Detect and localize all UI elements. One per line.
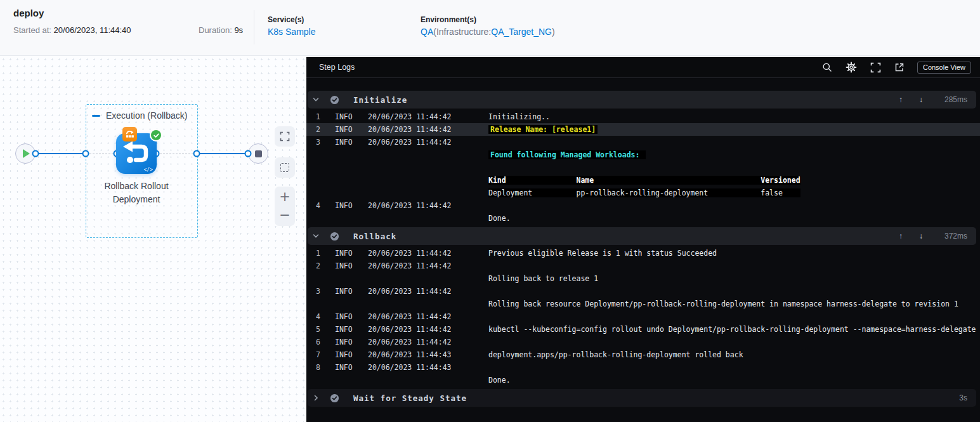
- services-label: Service(s): [268, 15, 304, 24]
- log-timestamp: 20/06/2023 11:44:42: [368, 247, 452, 260]
- pipeline-graph-canvas[interactable]: Execution (Rollback) </>: [0, 56, 306, 422]
- log-level: INFO: [335, 247, 353, 260]
- section-duration: 3s: [938, 393, 967, 402]
- log-line: Rolling back to release 1: [306, 272, 980, 285]
- scroll-to-top-icon[interactable]: ↑: [899, 95, 903, 104]
- edge-step-to-stage-end: [157, 154, 197, 154]
- duration: Duration: 9s: [199, 25, 243, 35]
- expand-logs-icon[interactable]: [870, 62, 881, 73]
- scroll-to-bottom-icon[interactable]: ↓: [919, 95, 923, 104]
- log-message: Initializing..: [488, 110, 980, 123]
- log-timestamp: 20/06/2023 11:44:43: [368, 361, 452, 374]
- log-section-header-rollback[interactable]: Rollback↑↓372ms: [308, 227, 976, 245]
- code-glyph: </>: [144, 167, 153, 173]
- line-number: 3: [306, 136, 320, 148]
- step-node-rollback-rollout-deployment[interactable]: </>: [116, 133, 157, 174]
- gear-icon[interactable]: [846, 62, 857, 73]
- chevron-down-icon[interactable]: [312, 96, 320, 103]
- log-row: 5INFO20/06/2023 11:44:42kubectl --kubeco…: [306, 323, 980, 336]
- line-number: 2: [306, 123, 320, 136]
- duration-label: Duration:: [199, 25, 232, 35]
- marquee-select-icon: [280, 163, 289, 172]
- log-timestamp: 20/06/2023 11:44:42: [368, 136, 452, 148]
- log-row: 1INFO20/06/2023 11:44:42Initializing..: [306, 110, 980, 123]
- check-circle-icon: [330, 393, 339, 403]
- log-line: 4INFO20/06/2023 11:44:42: [306, 199, 980, 212]
- log-line: 6INFO20/06/2023 11:44:42: [306, 336, 980, 348]
- log-timestamp: 20/06/2023 11:44:42: [368, 110, 452, 123]
- log-section-header-wait-for-steady-state[interactable]: Wait for Steady State3s: [308, 389, 976, 407]
- search-icon[interactable]: [822, 62, 832, 72]
- log-message: Done.: [488, 374, 980, 386]
- chevron-down-icon[interactable]: [312, 232, 320, 240]
- step-logs-panel: Step Logs: [306, 57, 980, 422]
- log-line: 7INFO20/06/2023 11:44:43deployment.apps/…: [306, 348, 980, 361]
- line-number: 4: [306, 199, 320, 212]
- log-timestamp: 20/06/2023 11:44:42: [368, 123, 452, 136]
- scroll-to-top-icon[interactable]: ↑: [899, 232, 903, 241]
- log-line: 3INFO20/06/2023 11:44:42: [306, 136, 980, 148]
- log-row: 3INFO20/06/2023 11:44:42Found following …: [306, 136, 980, 199]
- log-section-header-initialize[interactable]: Initialize↑↓285ms: [308, 91, 976, 109]
- scroll-to-bottom-icon[interactable]: ↓: [919, 232, 923, 241]
- edge-stage-to-step: [86, 154, 117, 154]
- log-message: Kind Name Versioned: [488, 174, 980, 187]
- log-row: 7INFO20/06/2023 11:44:43deployment.apps/…: [306, 348, 980, 361]
- zoom-in-button[interactable]: +: [279, 188, 291, 206]
- environment-link[interactable]: QA: [421, 27, 433, 37]
- screen: deploy Started at: 20/06/2023, 11:44:40 …: [0, 0, 980, 422]
- canvas-select-button[interactable]: [275, 157, 295, 178]
- infrastructure-prefix: (Infrastructure:: [433, 27, 491, 37]
- log-message: Release Name: [release1]: [488, 123, 980, 136]
- log-line: Rolling back resource Deployment/pp-roll…: [306, 298, 980, 310]
- log-level: INFO: [335, 136, 353, 148]
- section-label: Wait for Steady State: [353, 393, 923, 403]
- duration-value: 9s: [234, 25, 243, 35]
- log-message: Rolling back resource Deployment/pp-roll…: [488, 298, 980, 310]
- log-level: INFO: [335, 348, 353, 361]
- log-timestamp: 20/06/2023 11:44:42: [368, 323, 452, 336]
- fullscreen-icon: [280, 131, 290, 142]
- log-message: Previous eligible Release is 1 with stat…: [488, 247, 980, 260]
- success-check-icon: [150, 129, 162, 142]
- log-level: INFO: [335, 336, 353, 348]
- service-link[interactable]: K8s Sample: [268, 27, 315, 37]
- section-label: Rollback: [353, 232, 882, 241]
- section-label: Initialize: [353, 95, 882, 105]
- infrastructure-suffix: ): [552, 27, 555, 37]
- line-number: 4: [306, 310, 320, 323]
- log-row: 2INFO20/06/2023 11:44:42Rolling back to …: [306, 260, 980, 285]
- log-message: Done.: [488, 212, 980, 225]
- section-duration: 285ms: [938, 95, 967, 104]
- chevron-right-icon[interactable]: [312, 394, 320, 402]
- log-timestamp: 20/06/2023 11:44:42: [368, 285, 452, 298]
- collapse-stage-icon[interactable]: [92, 115, 100, 117]
- connector-dot: [245, 150, 252, 157]
- log-message: deployment.apps/pp-rollback-rolling-depl…: [488, 348, 980, 361]
- connector-dot: [32, 150, 39, 157]
- zoom-out-button[interactable]: −: [279, 206, 291, 225]
- log-message: Found following Managed Workloads:: [488, 148, 980, 161]
- log-message: Rolling back to release 1: [488, 272, 980, 285]
- header-divider: [254, 10, 254, 44]
- section-log-rows: 1INFO20/06/2023 11:44:42Initializing..2I…: [306, 110, 980, 225]
- log-line: Found following Managed Workloads:: [306, 148, 980, 161]
- canvas-fullscreen-button[interactable]: [275, 126, 295, 147]
- stop-icon: [255, 150, 262, 157]
- log-level: INFO: [335, 260, 353, 272]
- log-line: 2INFO20/06/2023 11:44:42Release Name: [r…: [306, 123, 980, 136]
- log-sections: Initialize↑↓285ms1INFO20/06/2023 11:44:4…: [306, 78, 980, 407]
- log-level: INFO: [335, 110, 353, 123]
- started-at-value: 20/06/2023, 11:44:40: [54, 25, 131, 35]
- console-view-button[interactable]: Console View: [917, 62, 971, 74]
- line-number: 1: [306, 247, 320, 260]
- infrastructure-link[interactable]: QA_Target_NG: [491, 27, 552, 37]
- log-message: Deployment pp-rollback-rolling-deploymen…: [488, 187, 980, 199]
- log-level: INFO: [335, 323, 353, 336]
- open-in-new-icon[interactable]: [894, 62, 905, 72]
- check-circle-icon: [330, 95, 339, 105]
- line-number: 3: [306, 285, 320, 298]
- log-timestamp: 20/06/2023 11:44:42: [368, 199, 452, 212]
- line-number: 7: [306, 348, 320, 361]
- log-message: kubectl --kubeconfig=config rollout undo…: [488, 323, 980, 336]
